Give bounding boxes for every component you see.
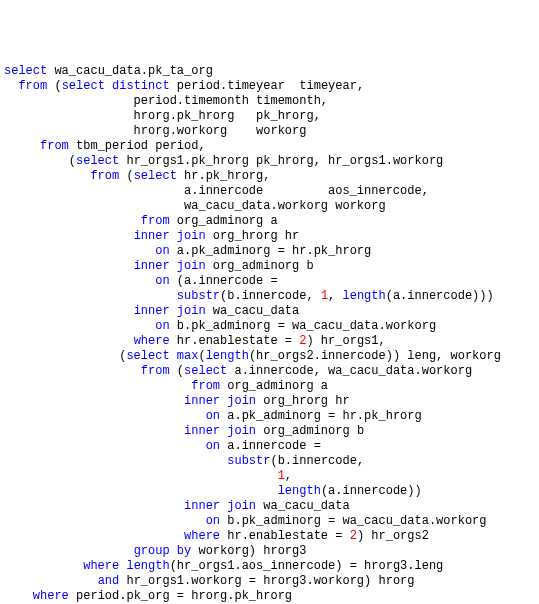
token-kw: inner bbox=[134, 229, 170, 243]
token-kw: from bbox=[40, 139, 69, 153]
code-line: from (select distinct period.timeyear ti… bbox=[4, 79, 535, 94]
code-line: inner join wa_cacu_data bbox=[4, 499, 535, 514]
code-line: on (a.innercode = bbox=[4, 274, 535, 289]
token-kw: max bbox=[177, 349, 199, 363]
token-kw: on bbox=[155, 319, 169, 333]
token-kw: join bbox=[177, 304, 206, 318]
code-line: substr(b.innercode, bbox=[4, 454, 535, 469]
token-kw: select bbox=[62, 79, 105, 93]
code-line: period.timemonth timemonth, bbox=[4, 94, 535, 109]
token-kw: select bbox=[4, 64, 47, 78]
token-kw: from bbox=[90, 169, 119, 183]
code-line: select wa_cacu_data.pk_ta_org bbox=[4, 64, 535, 79]
token-kw: where bbox=[134, 334, 170, 348]
code-line: on a.pk_adminorg = hr.pk_hrorg bbox=[4, 409, 535, 424]
token-kw: join bbox=[227, 424, 256, 438]
code-line: (select max(length(hr_orgs2.innercode)) … bbox=[4, 349, 535, 364]
code-line: on a.pk_adminorg = hr.pk_hrorg bbox=[4, 244, 535, 259]
code-line: hrorg.workorg workorg bbox=[4, 124, 535, 139]
token-kw: distinct bbox=[112, 79, 170, 93]
code-line: from org_adminorg a bbox=[4, 214, 535, 229]
token-kw: from bbox=[141, 364, 170, 378]
code-line: where length(hr_orgs1.aos_innercode) = h… bbox=[4, 559, 535, 574]
token-kw: on bbox=[206, 514, 220, 528]
code-line: from (select a.innercode, wa_cacu_data.w… bbox=[4, 364, 535, 379]
token-kw: substr bbox=[227, 454, 270, 468]
token-kw: on bbox=[155, 274, 169, 288]
code-line: where hr.enablestate = 2) hr_orgs2 bbox=[4, 529, 535, 544]
code-line: 1, bbox=[4, 469, 535, 484]
code-line: group by workorg) hrorg3 bbox=[4, 544, 535, 559]
token-kw: select bbox=[126, 349, 169, 363]
token-kw: from bbox=[18, 79, 47, 93]
token-kw: substr bbox=[177, 289, 220, 303]
code-line: on b.pk_adminorg = wa_cacu_data.workorg bbox=[4, 319, 535, 334]
token-kw: where bbox=[83, 559, 119, 573]
code-line: on b.pk_adminorg = wa_cacu_data.workorg bbox=[4, 514, 535, 529]
token-kw: on bbox=[206, 439, 220, 453]
code-line: hrorg.pk_hrorg pk_hrorg, bbox=[4, 109, 535, 124]
token-kw: join bbox=[227, 499, 256, 513]
code-line: (select hr_orgs1.pk_hrorg pk_hrorg, hr_o… bbox=[4, 154, 535, 169]
code-line: where period.pk_org = hrorg.pk_hrorg bbox=[4, 589, 535, 604]
token-kw: on bbox=[155, 244, 169, 258]
code-line: inner join wa_cacu_data bbox=[4, 304, 535, 319]
token-kw: inner bbox=[184, 499, 220, 513]
sql-code-block: select wa_cacu_data.pk_ta_org from (sele… bbox=[4, 64, 535, 604]
token-kw: where bbox=[33, 589, 69, 603]
code-line: inner join org_adminorg b bbox=[4, 259, 535, 274]
token-kw: select bbox=[134, 169, 177, 183]
token-kw: on bbox=[206, 409, 220, 423]
token-kw: inner bbox=[184, 394, 220, 408]
code-line: a.innercode aos_innercode, bbox=[4, 184, 535, 199]
token-kw: and bbox=[98, 574, 120, 588]
code-line: from tbm_period period, bbox=[4, 139, 535, 154]
token-kw: from bbox=[141, 214, 170, 228]
token-kw: length bbox=[126, 559, 169, 573]
code-line: and hr_orgs1.workorg = hrorg3.workorg) h… bbox=[4, 574, 535, 589]
code-line: wa_cacu_data.workorg workorg bbox=[4, 199, 535, 214]
code-line: inner join org_adminorg b bbox=[4, 424, 535, 439]
token-kw: select bbox=[76, 154, 119, 168]
token-kw: select bbox=[184, 364, 227, 378]
token-num: 2 bbox=[299, 334, 306, 348]
token-kw: length bbox=[342, 289, 385, 303]
code-line: length(a.innercode)) bbox=[4, 484, 535, 499]
token-num: 1 bbox=[278, 469, 285, 483]
token-kw: from bbox=[191, 379, 220, 393]
token-kw: length bbox=[278, 484, 321, 498]
token-kw: length bbox=[206, 349, 249, 363]
token-kw: by bbox=[177, 544, 191, 558]
code-line: from org_adminorg a bbox=[4, 379, 535, 394]
token-kw: inner bbox=[134, 304, 170, 318]
code-line: on a.innercode = bbox=[4, 439, 535, 454]
code-line: from (select hr.pk_hrorg, bbox=[4, 169, 535, 184]
code-line: substr(b.innercode, 1, length(a.innercod… bbox=[4, 289, 535, 304]
token-kw: where bbox=[184, 529, 220, 543]
token-kw: join bbox=[227, 394, 256, 408]
code-line: inner join org_hrorg hr bbox=[4, 394, 535, 409]
token-kw: join bbox=[177, 229, 206, 243]
token-kw: inner bbox=[134, 259, 170, 273]
token-kw: inner bbox=[184, 424, 220, 438]
token-kw: join bbox=[177, 259, 206, 273]
code-line: where hr.enablestate = 2) hr_orgs1, bbox=[4, 334, 535, 349]
token-kw: group bbox=[134, 544, 170, 558]
token-num: 1 bbox=[321, 289, 328, 303]
token-num: 2 bbox=[350, 529, 357, 543]
code-line: inner join org_hrorg hr bbox=[4, 229, 535, 244]
